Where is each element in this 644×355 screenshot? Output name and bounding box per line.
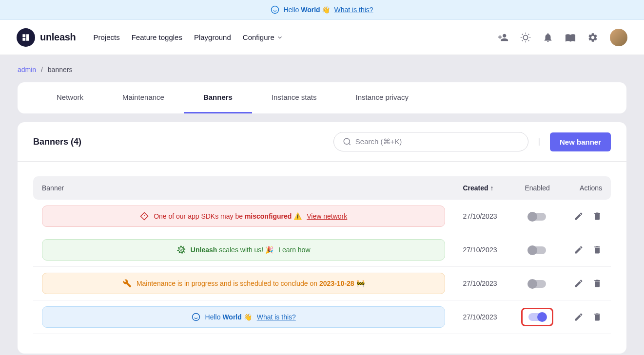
delete-button[interactable] — [592, 279, 602, 288]
logo-mark — [17, 28, 35, 47]
svg-point-0 — [272, 6, 279, 14]
enabled-toggle[interactable] — [528, 280, 546, 288]
svg-line-11 — [528, 34, 529, 34]
svg-line-10 — [522, 40, 523, 40]
avatar[interactable] — [610, 29, 627, 46]
tabs: Network Maintenance Banners Instance sta… — [18, 82, 626, 113]
verified-icon — [177, 245, 186, 254]
divider: | — [538, 137, 540, 146]
col-enabled[interactable]: Enabled — [512, 176, 562, 200]
svg-line-6 — [522, 34, 523, 34]
theme-icon[interactable] — [520, 32, 531, 43]
nav-configure[interactable]: Configure — [243, 33, 283, 41]
nav-feature-toggles[interactable]: Feature toggles — [132, 33, 182, 41]
created-date: 27/10/2023 — [454, 300, 512, 334]
highlight-annotation — [521, 308, 553, 326]
wrench-icon — [123, 279, 132, 288]
chevron-down-icon — [276, 34, 283, 41]
logo[interactable]: unleash — [17, 28, 76, 47]
tab-instance-privacy[interactable]: Instance privacy — [336, 82, 428, 113]
smile-icon — [271, 5, 279, 14]
top-banner: Hello World 👋 What is this? — [0, 0, 644, 20]
nav-projects[interactable]: Projects — [93, 33, 119, 41]
breadcrumb: admin / banners — [18, 66, 626, 74]
new-banner-button[interactable]: New banner — [550, 132, 611, 151]
enabled-toggle[interactable] — [528, 213, 546, 221]
banner-preview-success: Unleash scales with us! 🎉 Learn how — [42, 239, 445, 261]
nav-playground[interactable]: Playground — [194, 33, 231, 41]
svg-point-3 — [523, 35, 527, 39]
banner-preview-warning: Maintenance is in progress and is schedu… — [42, 273, 445, 294]
top-banner-link[interactable]: What is this? — [334, 6, 373, 14]
table-row: One of our app SDKs may be misconfigured… — [33, 200, 611, 233]
edit-button[interactable] — [574, 279, 584, 288]
edit-button[interactable] — [574, 211, 584, 221]
notifications-icon[interactable] — [543, 32, 553, 43]
created-date: 27/10/2023 — [454, 267, 512, 300]
search-icon — [343, 137, 351, 146]
sort-up-icon: ↑ — [490, 184, 494, 192]
svg-point-12 — [344, 138, 350, 144]
col-created[interactable]: Created↑ — [454, 176, 512, 200]
edit-button[interactable] — [574, 312, 584, 322]
nav: Projects Feature toggles Playground Conf… — [93, 33, 498, 41]
header-icons — [498, 29, 627, 46]
tab-network[interactable]: Network — [37, 82, 103, 113]
table-wrap: Banner Created↑ Enabled Actions — [18, 162, 626, 354]
col-actions: Actions — [562, 176, 611, 200]
table-row: Unleash scales with us! 🎉 Learn how 27/1… — [33, 233, 611, 267]
enabled-toggle[interactable] — [528, 246, 546, 254]
delete-button[interactable] — [592, 211, 602, 221]
panel: Banners (4) Search (⌘+K) | New banner Ba… — [18, 122, 626, 354]
banner-preview-error: One of our app SDKs may be misconfigured… — [42, 206, 445, 227]
banner-link[interactable]: Learn how — [278, 246, 310, 254]
svg-point-16 — [192, 314, 199, 321]
search-input[interactable]: Search (⌘+K) — [333, 132, 528, 151]
created-date: 27/10/2023 — [454, 233, 512, 267]
edit-button[interactable] — [574, 245, 584, 255]
top-banner-text: Hello World 👋 — [283, 6, 330, 14]
banner-link[interactable]: What is this? — [257, 313, 296, 321]
logo-text: unleash — [40, 32, 76, 43]
docs-icon[interactable] — [565, 32, 576, 43]
tab-instance-stats[interactable]: Instance stats — [252, 82, 336, 113]
tabs-card: Network Maintenance Banners Instance sta… — [18, 82, 626, 113]
settings-icon[interactable] — [587, 32, 598, 43]
tab-banners[interactable]: Banners — [184, 82, 252, 113]
banners-table: Banner Created↑ Enabled Actions — [33, 176, 611, 334]
delete-button[interactable] — [592, 245, 602, 255]
col-banner[interactable]: Banner — [33, 176, 454, 200]
delete-button[interactable] — [592, 312, 602, 322]
table-row: Maintenance is in progress and is schedu… — [33, 267, 611, 300]
panel-header: Banners (4) Search (⌘+K) | New banner — [18, 122, 626, 162]
svg-line-13 — [349, 143, 350, 145]
table-row: Hello World 👋 What is this? 27/10/2023 — [33, 300, 611, 334]
svg-line-7 — [528, 40, 529, 40]
created-date: 27/10/2023 — [454, 200, 512, 233]
search-placeholder: Search (⌘+K) — [355, 137, 402, 146]
breadcrumb-admin[interactable]: admin — [18, 66, 36, 74]
smile-icon — [192, 313, 200, 321]
banner-preview-info: Hello World 👋 What is this? — [42, 306, 445, 328]
add-user-icon[interactable] — [498, 32, 508, 43]
header: unleash Projects Feature toggles Playgro… — [0, 20, 644, 55]
content: admin / banners Network Maintenance Bann… — [0, 55, 644, 355]
banner-link[interactable]: View network — [307, 212, 347, 220]
page-title: Banners (4) — [33, 137, 81, 147]
alert-icon — [140, 212, 149, 221]
tab-maintenance[interactable]: Maintenance — [103, 82, 184, 113]
enabled-toggle[interactable] — [528, 313, 546, 321]
breadcrumb-current: banners — [48, 66, 73, 74]
